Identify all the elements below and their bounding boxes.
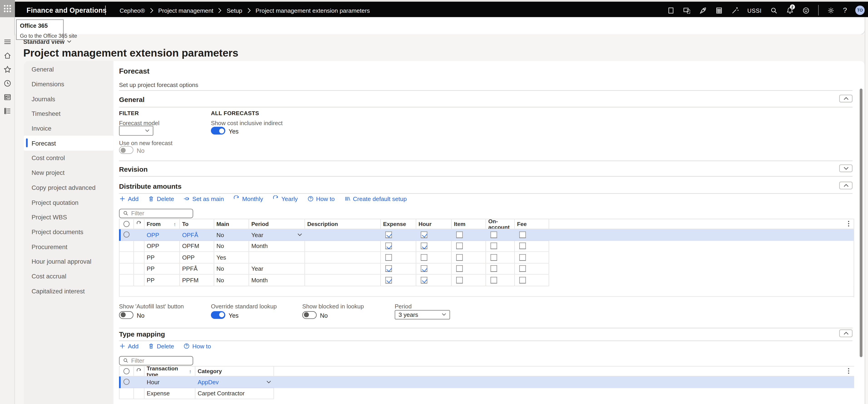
- row-select-radio[interactable]: [124, 368, 130, 374]
- toc-item-journals[interactable]: Journals: [24, 92, 114, 106]
- how-to-button[interactable]: How to: [307, 195, 335, 202]
- breadcrumb-item[interactable]: Project management: [158, 7, 213, 14]
- main-value[interactable]: No: [216, 243, 224, 249]
- yearly-button[interactable]: Yearly: [273, 195, 298, 202]
- checkbox[interactable]: [519, 254, 526, 260]
- type-mapping-filter-input[interactable]: [131, 357, 189, 364]
- checkbox[interactable]: [421, 254, 427, 260]
- period-value[interactable]: Year: [251, 265, 264, 272]
- checkbox[interactable]: [490, 243, 497, 249]
- distribute-row-PP-PPFÅ[interactable]: PPPPFÅNoYear: [119, 263, 854, 275]
- row-select-radio[interactable]: [124, 379, 130, 385]
- column-options-kebab-icon[interactable]: [847, 368, 850, 374]
- checkbox[interactable]: [519, 243, 526, 249]
- to-value[interactable]: OPP: [182, 254, 194, 260]
- calculator-icon[interactable]: [715, 6, 723, 14]
- distribute-row-OPP-OPFM[interactable]: OPPOPFMNoMonth: [119, 241, 854, 252]
- show-cost-inclusive-indirect-toggle[interactable]: [211, 127, 225, 134]
- distribute-row-PP-OPP[interactable]: PPOPPYes: [119, 252, 854, 263]
- delete-button[interactable]: Delete: [148, 195, 174, 202]
- to-value[interactable]: OPFÅ: [182, 231, 198, 238]
- checkbox[interactable]: [385, 254, 392, 260]
- column-header[interactable]: Item: [454, 221, 465, 227]
- to-value[interactable]: OPFM: [182, 243, 199, 249]
- breadcrumb-item[interactable]: Cepheo®: [120, 7, 145, 14]
- devices-icon[interactable]: [683, 6, 691, 14]
- from-value[interactable]: PP: [147, 254, 155, 260]
- distribute-row-PP-PPFM[interactable]: PPPPFMNoMonth: [119, 275, 854, 286]
- checkbox[interactable]: [519, 231, 526, 238]
- checkbox[interactable]: [490, 254, 497, 260]
- toc-item-dimensions[interactable]: Dimensions: [24, 77, 114, 92]
- toc-item-general[interactable]: General: [24, 62, 114, 77]
- menu-hamburger-icon[interactable]: [3, 38, 12, 46]
- general-collapse-button[interactable]: [839, 95, 852, 102]
- type-mapping-row-hour[interactable]: HourAppDev: [119, 376, 854, 388]
- checkbox[interactable]: [456, 243, 463, 249]
- help-icon[interactable]: ?: [843, 6, 847, 14]
- breadcrumb-item[interactable]: Project management extension parameters: [256, 7, 370, 14]
- column-header[interactable]: Category: [197, 368, 222, 374]
- checkbox-checked[interactable]: [385, 243, 392, 249]
- toc-item-capitalized-interest[interactable]: Capitalized interest: [24, 284, 114, 299]
- main-value[interactable]: Yes: [216, 254, 226, 260]
- environment-label[interactable]: USSI: [747, 7, 762, 13]
- from-value[interactable]: OPP: [147, 231, 159, 238]
- toc-item-procurement[interactable]: Procurement: [24, 239, 114, 254]
- set-as-main-button[interactable]: Set as main: [183, 195, 224, 202]
- type-mapping-filter-box[interactable]: [119, 356, 193, 366]
- checkbox-checked[interactable]: [385, 265, 392, 272]
- show-blocked-toggle[interactable]: [302, 311, 316, 319]
- column-header[interactable]: On-account: [488, 219, 512, 229]
- checkbox-checked[interactable]: [385, 277, 392, 283]
- magic-wand-icon[interactable]: [731, 6, 739, 14]
- checkbox-checked[interactable]: [421, 277, 427, 283]
- toc-item-timesheet[interactable]: Timesheet: [24, 106, 114, 121]
- checkbox[interactable]: [519, 265, 526, 272]
- app-launcher-waffle-icon[interactable]: [0, 0, 15, 17]
- notifications-bell-icon[interactable]: 2: [786, 6, 794, 14]
- toc-item-cost-control[interactable]: Cost control: [24, 151, 114, 165]
- period-select[interactable]: 3 years: [395, 310, 450, 319]
- show-autofill-toggle[interactable]: [119, 311, 133, 319]
- toc-item-new-project[interactable]: New project: [24, 165, 114, 180]
- favorites-star-icon[interactable]: [3, 65, 12, 74]
- delete-button[interactable]: Delete: [148, 343, 174, 349]
- period-value[interactable]: Month: [251, 277, 268, 283]
- modules-list-icon[interactable]: [3, 107, 12, 115]
- toc-item-hour-journal-approval[interactable]: Hour journal approval: [24, 254, 114, 269]
- category-value[interactable]: AppDev: [197, 379, 219, 385]
- checkbox[interactable]: [490, 277, 497, 283]
- breadcrumb-item[interactable]: Setup: [226, 7, 242, 14]
- checkbox-checked[interactable]: [421, 231, 427, 238]
- column-header[interactable]: Fee: [517, 221, 527, 227]
- from-value[interactable]: OPP: [147, 243, 159, 249]
- override-lookup-toggle[interactable]: [211, 311, 225, 319]
- feedback-smiley-icon[interactable]: [802, 6, 810, 14]
- add-button[interactable]: Add: [119, 195, 138, 202]
- column-options-kebab-icon[interactable]: [847, 221, 850, 226]
- home-icon[interactable]: [3, 52, 12, 60]
- transaction-type-value[interactable]: Expense: [147, 390, 169, 397]
- column-header[interactable]: Period: [251, 221, 269, 227]
- transaction-type-value[interactable]: Hour: [147, 379, 159, 385]
- distribute-amounts-collapse-button[interactable]: [839, 182, 852, 189]
- rocket-icon[interactable]: [699, 6, 707, 14]
- checkbox[interactable]: [490, 265, 497, 272]
- checkbox-checked[interactable]: [385, 231, 392, 238]
- period-value[interactable]: Year: [251, 231, 264, 238]
- checkbox[interactable]: [456, 231, 463, 238]
- main-value[interactable]: No: [216, 265, 224, 272]
- checkbox[interactable]: [456, 254, 463, 260]
- period-value[interactable]: Month: [251, 243, 268, 249]
- settings-gear-icon[interactable]: [827, 6, 835, 14]
- create-default-setup-button[interactable]: Create default setup: [344, 195, 407, 202]
- distribute-row-OPP-OPFÅ[interactable]: OPPOPFÅNoYear: [119, 229, 854, 241]
- distribute-filter-box[interactable]: [119, 209, 193, 218]
- category-value[interactable]: Carpet Contractor: [197, 390, 245, 397]
- column-header[interactable]: Transaction type: [147, 367, 189, 376]
- toc-item-project-quotation[interactable]: Project quotation: [24, 195, 114, 210]
- fullscreen-icon[interactable]: [667, 6, 675, 14]
- breadcrumb[interactable]: Cepheo®Project managementSetupProject ma…: [120, 7, 370, 14]
- toc-item-invoice[interactable]: Invoice: [24, 121, 114, 136]
